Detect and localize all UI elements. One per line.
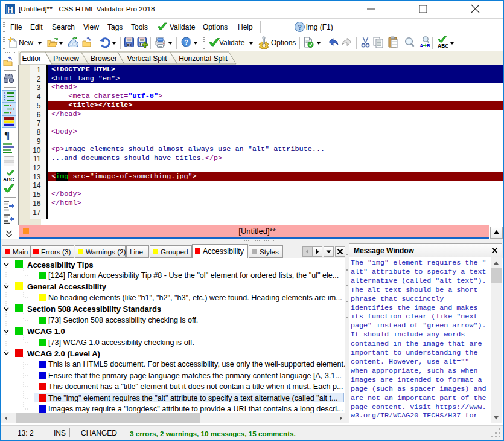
svg-text:Horizontal Split: Horizontal Split [179,54,228,63]
svg-text:Vertical Split: Vertical Split [127,54,168,63]
svg-text:Preview: Preview [53,54,79,63]
svg-text:ABC: ABC [438,43,448,49]
svg-text:B: B [427,43,430,48]
svg-text:H: H [7,5,13,14]
svg-text:ABC: ABC [3,176,14,182]
svg-text:Editor: Editor [22,54,41,63]
svg-text:?: ? [298,24,302,31]
svg-text:Browser: Browser [91,54,117,63]
svg-text:?: ? [184,39,188,46]
svg-text:A: A [420,43,424,48]
svg-text:3: 3 [4,98,5,101]
